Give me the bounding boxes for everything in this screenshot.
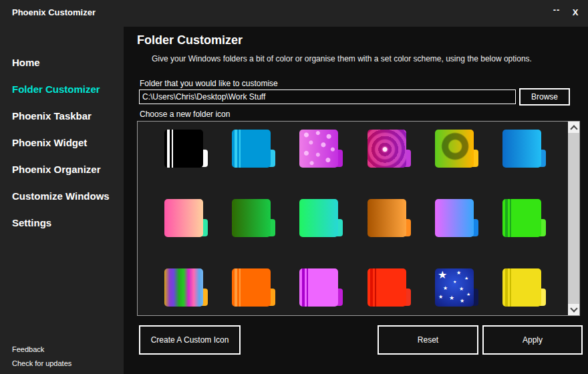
folder-shape xyxy=(435,130,474,168)
folder-stripe xyxy=(302,268,305,307)
folder-icon-orange-gradient[interactable] xyxy=(368,199,406,237)
folder-shape xyxy=(368,130,406,168)
sidebar-item-phoenix-taskbar[interactable]: Phoenix Taskbar xyxy=(0,102,124,129)
folder-body xyxy=(164,268,203,307)
swirl-pattern xyxy=(368,130,406,168)
sidebar-link-check-for-updates[interactable]: Check for updates xyxy=(12,359,71,367)
folder-icon-blue-gradient[interactable] xyxy=(502,130,541,168)
page-title: Folder Customizer xyxy=(137,33,243,47)
folder-icon-yellow-striped[interactable] xyxy=(502,268,541,307)
scroll-down-button[interactable] xyxy=(568,304,579,315)
sidebar-item-settings[interactable]: Settings xyxy=(0,209,124,236)
folder-stripe xyxy=(510,199,511,237)
folder-stripe xyxy=(375,268,376,307)
folder-shape xyxy=(232,130,271,168)
folder-icon-black-white-stripes[interactable] xyxy=(164,130,203,168)
folder-icon-blue-striped[interactable] xyxy=(232,130,271,168)
sidebar-item-phoenix-widget[interactable]: Phoenix Widget xyxy=(0,129,124,156)
folder-icon-violet-blue-gradient[interactable] xyxy=(435,199,474,237)
folder-icon-orange-striped[interactable] xyxy=(232,268,271,307)
scroll-up-icon xyxy=(570,125,577,132)
minimize-button[interactable]: -- xyxy=(549,5,564,15)
folder-shape xyxy=(232,268,271,307)
folder-stripe xyxy=(505,268,508,307)
sidebar: HomeFolder CustomizerPhoenix TaskbarPhoe… xyxy=(0,27,124,374)
stars-pattern: ★★★★★★★★★★ xyxy=(435,268,474,307)
folder-body xyxy=(299,268,338,307)
folder-stripe xyxy=(370,268,373,307)
star-icon: ★ xyxy=(459,287,464,292)
folder-icon-pink-peach-gradient[interactable] xyxy=(164,199,203,237)
star-icon: ★ xyxy=(464,276,468,280)
app-window: Phoenix Customizer -- X HomeFolder Custo… xyxy=(0,0,588,374)
browse-button[interactable]: Browse xyxy=(519,88,570,106)
folder-path-label: Folder that you would like to customise xyxy=(140,79,278,88)
folder-icon-red-striped[interactable] xyxy=(368,268,406,307)
folder-body xyxy=(368,268,406,307)
sidebar-item-phoenix-organizer[interactable]: Phoenix Organizer xyxy=(0,156,124,182)
ring-pattern xyxy=(435,130,474,168)
star-icon: ★ xyxy=(453,280,456,284)
folder-icon-green-striped[interactable] xyxy=(502,199,541,237)
folder-shape: ★★★★★★★★★★ xyxy=(435,268,474,307)
close-button[interactable]: X xyxy=(568,7,583,17)
folder-icon-green-orange-ring[interactable] xyxy=(435,130,474,168)
folder-stripe xyxy=(505,199,508,237)
sidebar-item-home[interactable]: Home xyxy=(0,49,124,75)
star-icon: ★ xyxy=(456,270,461,276)
icon-grid-scrollbar[interactable] xyxy=(568,122,579,315)
folder-body xyxy=(164,130,203,168)
folder-icon-rainbow-stripes[interactable] xyxy=(164,268,203,307)
apply-button[interactable]: Apply xyxy=(482,325,583,355)
sidebar-item-folder-customizer[interactable]: Folder Customizer xyxy=(0,75,124,102)
folder-shape xyxy=(299,130,338,168)
folder-stripe xyxy=(239,268,241,307)
folder-body xyxy=(164,199,203,237)
dots-pattern xyxy=(299,130,338,168)
folder-stripe xyxy=(239,130,241,168)
folder-icon-starry-blue[interactable]: ★★★★★★★★★★ xyxy=(435,268,474,307)
folder-stripe xyxy=(167,130,170,168)
folder-shape xyxy=(164,199,203,237)
folder-shape xyxy=(502,130,541,168)
sidebar-nav: HomeFolder CustomizerPhoenix TaskbarPhoe… xyxy=(0,27,124,236)
folder-body: ★★★★★★★★★★ xyxy=(435,268,474,307)
folder-body xyxy=(299,130,338,168)
folder-body xyxy=(232,130,271,168)
folder-body xyxy=(299,199,338,237)
title-bar: Phoenix Customizer -- X xyxy=(0,0,588,27)
star-icon: ★ xyxy=(443,286,448,291)
scroll-down-icon xyxy=(570,305,577,312)
folder-body xyxy=(502,268,541,307)
folder-body xyxy=(435,199,474,237)
folder-body xyxy=(232,268,271,307)
folder-icon-magenta-swirl[interactable] xyxy=(368,130,406,168)
page-subtitle: Give your Windows folders a bit of color… xyxy=(152,54,532,63)
folder-stripe xyxy=(235,268,237,307)
folder-body xyxy=(368,130,406,168)
folder-icon-green-cyan-gradient[interactable] xyxy=(299,199,338,237)
folder-shape xyxy=(502,199,541,237)
scroll-up-button[interactable] xyxy=(568,122,579,133)
scrollbar-thumb[interactable] xyxy=(568,133,579,304)
window-title: Phoenix Customizer xyxy=(12,7,96,17)
create-custom-icon-button[interactable]: Create A Custom Icon xyxy=(139,325,241,355)
icon-grid-container: ★★★★★★★★★★ xyxy=(137,121,580,316)
folder-body xyxy=(502,130,541,168)
sidebar-item-customize-windows[interactable]: Customize Windows xyxy=(0,182,124,209)
star-icon: ★ xyxy=(466,292,470,297)
sidebar-link-feedback[interactable]: Feedback xyxy=(12,345,44,353)
star-icon: ★ xyxy=(438,295,443,300)
folder-stripe xyxy=(307,268,308,307)
folder-shape xyxy=(368,199,406,237)
reset-button[interactable]: Reset xyxy=(378,325,478,355)
folder-icon-magenta-striped[interactable] xyxy=(299,268,338,307)
folder-stripe xyxy=(235,130,237,168)
folder-shape xyxy=(164,130,203,168)
folder-path-input[interactable] xyxy=(139,89,516,104)
folder-body xyxy=(368,199,406,237)
folder-icon-violet-bubbles[interactable] xyxy=(299,130,338,168)
folder-icon-green-gradient[interactable] xyxy=(232,199,271,237)
folder-shape xyxy=(368,268,406,307)
folder-icon-grid: ★★★★★★★★★★ xyxy=(138,122,568,315)
